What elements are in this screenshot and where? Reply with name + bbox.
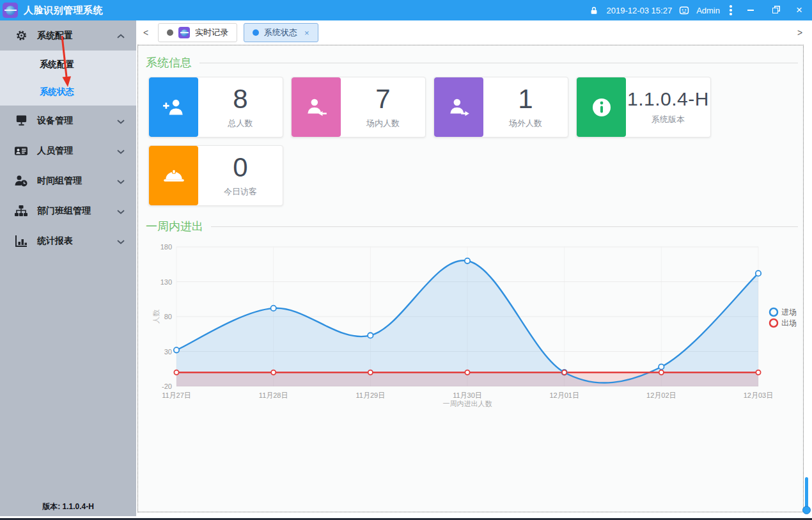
sidebar-item-label: 部门班组管理 bbox=[37, 205, 91, 217]
data-point bbox=[562, 370, 566, 375]
helmet-icon bbox=[149, 146, 198, 205]
tab-scroll-right[interactable]: > bbox=[794, 28, 806, 38]
sidebar-item-label: 时间组管理 bbox=[37, 175, 82, 187]
lock-icon bbox=[588, 4, 600, 16]
tab-close-icon[interactable]: × bbox=[304, 28, 309, 38]
stat-value: 1.1.0.4-H bbox=[627, 89, 709, 109]
legend-marker-1[interactable] bbox=[770, 319, 777, 327]
sidebar-item-label: 设备管理 bbox=[37, 115, 73, 127]
x-tick-label: 11月28日 bbox=[259, 391, 288, 399]
content-panel: 系统信息 8 总人数 bbox=[137, 45, 804, 512]
tab-status-dot bbox=[167, 29, 173, 36]
data-point bbox=[465, 258, 470, 264]
tab-realtime-records[interactable]: 实时记录 bbox=[158, 23, 237, 42]
chevron-up-icon bbox=[117, 31, 125, 41]
sidebar-group-label: 系统配置 bbox=[37, 30, 73, 42]
sidebar-item-timegroup-mgmt[interactable]: 时间组管理 bbox=[0, 166, 136, 196]
stat-value: 0 bbox=[233, 154, 247, 182]
y-tick-label: -20 bbox=[162, 382, 172, 390]
x-tick-label: 12月03日 bbox=[744, 391, 773, 399]
data-point bbox=[270, 306, 276, 311]
chevron-down-icon bbox=[117, 146, 125, 156]
tab-label: 实时记录 bbox=[195, 27, 228, 38]
x-axis-title: 一周内进出人数 bbox=[443, 400, 492, 407]
stat-label: 场外人数 bbox=[509, 118, 542, 129]
minimize-button[interactable] bbox=[742, 3, 760, 17]
datetime-label: 2019-12-03 15:27 bbox=[606, 6, 672, 15]
chevron-down-icon bbox=[117, 236, 125, 246]
x-tick-label: 11月30日 bbox=[453, 391, 482, 399]
stat-cards: 8 总人数 7 场内人数 bbox=[148, 77, 727, 206]
stat-label: 总人数 bbox=[228, 118, 253, 129]
legend-label-0[interactable]: 进场 bbox=[781, 308, 797, 317]
stat-label: 系统版本 bbox=[652, 114, 685, 125]
data-point bbox=[756, 271, 761, 276]
app-title: 人脸识别管理系统 bbox=[24, 4, 103, 17]
titlebar: 人脸识别管理系统 2019-12-03 15:27 Admin × bbox=[0, 0, 812, 20]
y-tick-label: 30 bbox=[164, 348, 172, 356]
section-title-week-chart: 一周内进出 bbox=[146, 219, 203, 234]
sidebar-item-system-status[interactable]: 系统状态 bbox=[0, 78, 136, 106]
stat-value: 7 bbox=[375, 85, 390, 113]
gear-icon bbox=[14, 29, 28, 43]
stat-card-outside-count: 1 场外人数 bbox=[433, 77, 568, 138]
legend-label-1[interactable]: 出场 bbox=[781, 319, 797, 327]
chevron-down-icon bbox=[117, 206, 125, 216]
legend-marker-0[interactable] bbox=[770, 308, 777, 316]
chevron-down-icon bbox=[117, 116, 125, 126]
stat-label: 场内人数 bbox=[366, 118, 400, 129]
y-tick-label: 180 bbox=[160, 243, 172, 251]
app-logo-icon bbox=[3, 3, 18, 18]
tabbar: < 实时记录 系统状态 × > bbox=[136, 20, 812, 45]
sidebar-item-label: 统计报表 bbox=[37, 235, 73, 247]
x-tick-label: 11月29日 bbox=[356, 391, 386, 399]
maximize-button[interactable] bbox=[766, 3, 784, 17]
user-clock-icon bbox=[14, 174, 28, 188]
tab-system-status[interactable]: 系统状态 × bbox=[244, 23, 318, 42]
data-point bbox=[174, 370, 178, 375]
person-exit-icon bbox=[434, 77, 483, 137]
bar-chart-icon bbox=[14, 234, 28, 248]
tab-status-dot bbox=[253, 29, 259, 36]
person-add-icon bbox=[149, 77, 198, 137]
user-avatar-icon bbox=[678, 4, 690, 16]
sidebar-item-label: 人员管理 bbox=[37, 145, 73, 157]
y-tick-label: 130 bbox=[160, 278, 172, 286]
stat-card-system-version: 1.1.0.4-H 系统版本 bbox=[576, 77, 711, 138]
device-icon bbox=[14, 114, 28, 128]
y-tick-label: 80 bbox=[164, 313, 172, 320]
week-inout-chart: 1801308030-2011月27日11月28日11月29日11月30日12月… bbox=[150, 240, 798, 412]
tab-scroll-left[interactable]: < bbox=[140, 28, 152, 38]
data-point bbox=[756, 370, 760, 375]
sidebar-submenu: 系统配置 系统状态 bbox=[0, 51, 136, 106]
sidebar-item-department-mgmt[interactable]: 部门班组管理 bbox=[0, 196, 136, 226]
x-tick-label: 12月01日 bbox=[549, 391, 579, 399]
line-chart-canvas: 1801308030-2011月27日11月28日11月29日11月30日12月… bbox=[150, 240, 804, 409]
data-point bbox=[271, 370, 276, 375]
stat-value: 8 bbox=[233, 85, 247, 113]
data-point bbox=[368, 333, 373, 338]
data-point bbox=[659, 364, 664, 369]
stat-label: 今日访客 bbox=[224, 186, 257, 198]
section-divider bbox=[211, 226, 798, 227]
stat-value: 1 bbox=[518, 85, 533, 113]
info-icon bbox=[577, 77, 626, 137]
sidebar-item-personnel-mgmt[interactable]: 人员管理 bbox=[0, 136, 136, 166]
data-point bbox=[465, 370, 469, 375]
sidebar-group-system-config[interactable]: 系统配置 bbox=[0, 20, 136, 51]
close-button[interactable]: × bbox=[790, 3, 808, 17]
org-chart-icon bbox=[14, 204, 28, 218]
user-menu[interactable]: Admin bbox=[696, 6, 720, 15]
series-area-0 bbox=[176, 260, 758, 386]
section-title-system-info: 系统信息 bbox=[146, 55, 192, 70]
sidebar-item-system-config[interactable]: 系统配置 bbox=[0, 51, 136, 78]
x-tick-label: 12月02日 bbox=[646, 391, 676, 399]
tab-label: 系统状态 bbox=[264, 27, 297, 38]
version-footer: 版本: 1.1.0.4-H bbox=[0, 501, 136, 512]
stat-card-total-people: 8 总人数 bbox=[148, 77, 283, 138]
kebab-menu-icon[interactable] bbox=[726, 5, 735, 15]
sidebar-item-statistics[interactable]: 统计报表 bbox=[0, 226, 136, 256]
sidebar-item-device-mgmt[interactable]: 设备管理 bbox=[0, 106, 136, 136]
vertical-scrollbar-thumb[interactable] bbox=[802, 477, 811, 514]
app-window: 人脸识别管理系统 2019-12-03 15:27 Admin × 系统配置 bbox=[0, 0, 812, 520]
